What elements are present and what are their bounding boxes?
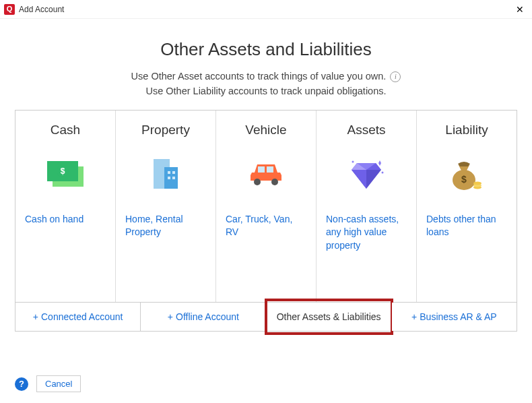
svg-rect-7	[172, 171, 175, 174]
cash-icon: $	[25, 154, 106, 194]
tab-business-ar-ap[interactable]: + Business AR & AP	[392, 303, 517, 331]
svg-point-12	[254, 179, 261, 185]
subtitle: Use Other Asset accounts to track things…	[15, 69, 517, 99]
card-row: Cash $ Cash on hand Property	[15, 110, 517, 302]
svg-rect-5	[164, 167, 178, 189]
card-assets-link: Non-cash assets, any high value property	[326, 213, 407, 253]
subtitle-line-1: Use Other Asset accounts to track things…	[131, 69, 401, 84]
card-cash[interactable]: Cash $ Cash on hand	[15, 111, 116, 302]
close-icon[interactable]: ✕	[513, 4, 527, 15]
svg-point-20	[382, 171, 384, 173]
card-assets-title: Assets	[326, 123, 407, 137]
card-property[interactable]: Property Home, Rental Property	[116, 111, 216, 302]
svg-rect-8	[168, 177, 170, 179]
svg-point-25	[473, 181, 481, 185]
help-icon[interactable]: ?	[15, 377, 28, 391]
card-assets[interactable]: Assets Non-cash assets, any high value p…	[317, 111, 417, 302]
subtitle-text-2: Use Other Liability accounts to track un…	[15, 84, 517, 99]
tab-connected-label: Connected Account	[41, 311, 123, 322]
liability-icon: $	[426, 154, 507, 194]
card-cash-link: Cash on hand	[25, 213, 106, 226]
plus-icon: +	[168, 311, 173, 322]
tabs: + Connected Account + Offline Account Ot…	[15, 302, 517, 332]
svg-rect-10	[258, 166, 265, 173]
property-icon	[125, 154, 206, 194]
svg-point-19	[352, 160, 354, 162]
subtitle-text-1: Use Other Asset accounts to track things…	[131, 69, 387, 84]
content: Other Assets and Liabilities Use Other A…	[0, 19, 532, 332]
plus-icon: +	[411, 311, 417, 322]
svg-text:$: $	[461, 174, 467, 185]
svg-text:$: $	[61, 166, 65, 176]
card-liability-title: Liability	[426, 123, 507, 137]
card-vehicle-title: Vehicle	[226, 123, 306, 137]
assets-icon	[326, 154, 407, 194]
app-icon-letter: Q	[7, 5, 13, 13]
vehicle-icon	[226, 154, 306, 194]
footer: ? Cancel	[15, 375, 81, 392]
info-icon[interactable]: i	[390, 71, 401, 82]
card-liability[interactable]: Liability $ Debts other than loans	[417, 111, 517, 302]
tab-offline-account[interactable]: + Offline Account	[141, 303, 266, 331]
card-cash-title: Cash	[25, 123, 106, 137]
card-vehicle-link: Car, Truck, Van, RV	[226, 213, 306, 239]
titlebar-left: Q Add Account	[4, 4, 64, 15]
cancel-button[interactable]: Cancel	[36, 375, 81, 392]
tab-connected-account[interactable]: + Connected Account	[15, 303, 141, 331]
card-vehicle[interactable]: Vehicle Car, Truck, Van, RV	[216, 111, 317, 302]
titlebar: Q Add Account ✕	[0, 0, 532, 19]
svg-rect-6	[168, 171, 170, 174]
svg-rect-11	[267, 166, 273, 173]
tab-business-label: Business AR & AP	[420, 311, 496, 322]
app-icon: Q	[4, 4, 15, 15]
card-property-link: Home, Rental Property	[125, 213, 206, 239]
plus-icon: +	[33, 311, 38, 322]
tab-offline-label: Offline Account	[176, 311, 239, 322]
svg-marker-18	[352, 170, 366, 189]
svg-point-13	[271, 179, 278, 185]
window-title: Add Account	[19, 5, 64, 14]
card-liability-link: Debts other than loans	[426, 213, 507, 239]
tab-other-assets-liabilities[interactable]: Other Assets & Liabilities	[267, 303, 392, 331]
svg-rect-9	[172, 177, 175, 179]
page-title: Other Assets and Liabilities	[15, 39, 517, 60]
tab-other-label: Other Assets & Liabilities	[277, 311, 381, 322]
card-property-title: Property	[125, 123, 206, 137]
